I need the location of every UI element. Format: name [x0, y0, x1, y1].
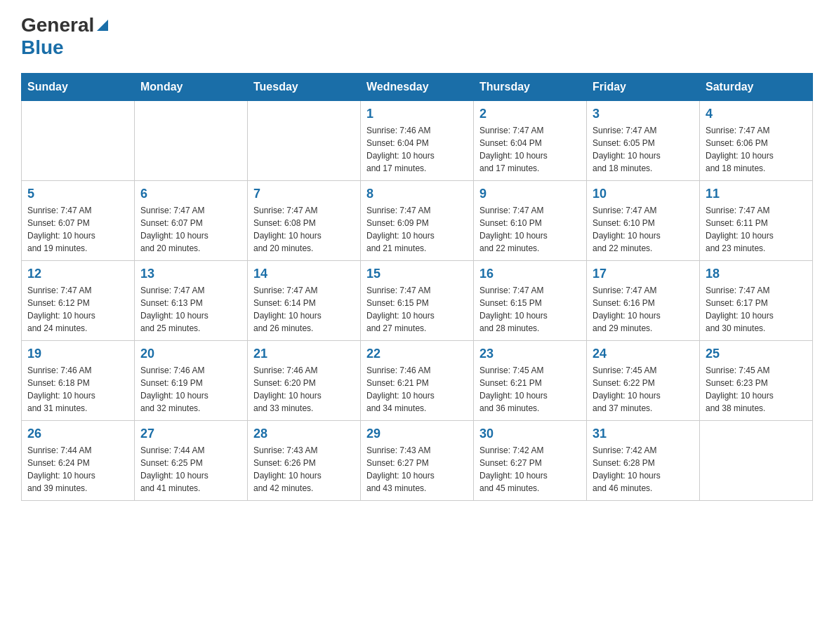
day-info: Sunrise: 7:47 AM Sunset: 6:11 PM Dayligh…: [706, 204, 807, 255]
calendar-day-cell: 22Sunrise: 7:46 AM Sunset: 6:21 PM Dayli…: [361, 341, 474, 421]
calendar-day-cell: [22, 101, 135, 181]
day-header-monday: Monday: [135, 74, 248, 101]
calendar-day-cell: 2Sunrise: 7:47 AM Sunset: 6:04 PM Daylig…: [474, 101, 587, 181]
calendar-day-cell: 29Sunrise: 7:43 AM Sunset: 6:27 PM Dayli…: [361, 421, 474, 501]
day-number: 9: [479, 187, 581, 201]
calendar-week-row: 26Sunrise: 7:44 AM Sunset: 6:24 PM Dayli…: [22, 421, 813, 501]
day-info: Sunrise: 7:43 AM Sunset: 6:27 PM Dayligh…: [366, 444, 468, 495]
calendar-day-cell: 14Sunrise: 7:47 AM Sunset: 6:14 PM Dayli…: [248, 261, 361, 341]
logo-blue-line: Blue: [21, 36, 108, 59]
day-header-friday: Friday: [587, 74, 700, 101]
day-header-wednesday: Wednesday: [361, 74, 474, 101]
day-number: 8: [366, 187, 468, 201]
calendar-day-cell: [700, 421, 813, 501]
calendar-day-cell: 6Sunrise: 7:47 AM Sunset: 6:07 PM Daylig…: [135, 181, 248, 261]
calendar-day-cell: 8Sunrise: 7:47 AM Sunset: 6:09 PM Daylig…: [361, 181, 474, 261]
day-number: 12: [27, 267, 128, 281]
day-info: Sunrise: 7:46 AM Sunset: 6:19 PM Dayligh…: [140, 364, 241, 415]
logo-general: General: [21, 14, 108, 36]
day-info: Sunrise: 7:47 AM Sunset: 6:17 PM Dayligh…: [706, 284, 807, 335]
calendar-day-cell: 21Sunrise: 7:46 AM Sunset: 6:20 PM Dayli…: [248, 341, 361, 421]
calendar-header-row: SundayMondayTuesdayWednesdayThursdayFrid…: [22, 74, 813, 101]
calendar-week-row: 19Sunrise: 7:46 AM Sunset: 6:18 PM Dayli…: [22, 341, 813, 421]
day-info: Sunrise: 7:47 AM Sunset: 6:04 PM Dayligh…: [479, 124, 581, 175]
calendar-day-cell: 31Sunrise: 7:42 AM Sunset: 6:28 PM Dayli…: [587, 421, 700, 501]
day-number: 5: [27, 187, 128, 201]
day-number: 20: [140, 347, 241, 361]
day-number: 21: [253, 347, 355, 361]
calendar-week-row: 1Sunrise: 7:46 AM Sunset: 6:04 PM Daylig…: [22, 101, 813, 181]
day-number: 14: [253, 267, 355, 281]
day-number: 3: [593, 107, 694, 121]
day-number: 7: [253, 187, 355, 201]
calendar-day-cell: 28Sunrise: 7:43 AM Sunset: 6:26 PM Dayli…: [248, 421, 361, 501]
calendar-day-cell: 15Sunrise: 7:47 AM Sunset: 6:15 PM Dayli…: [361, 261, 474, 341]
page-header: General Blue: [21, 14, 813, 59]
day-number: 17: [593, 267, 694, 281]
day-info: Sunrise: 7:44 AM Sunset: 6:25 PM Dayligh…: [140, 444, 241, 495]
calendar-day-cell: 25Sunrise: 7:45 AM Sunset: 6:23 PM Dayli…: [700, 341, 813, 421]
calendar-day-cell: 18Sunrise: 7:47 AM Sunset: 6:17 PM Dayli…: [700, 261, 813, 341]
day-number: 22: [366, 347, 468, 361]
day-number: 31: [593, 427, 694, 441]
day-info: Sunrise: 7:47 AM Sunset: 6:06 PM Dayligh…: [706, 124, 807, 175]
calendar-day-cell: 24Sunrise: 7:45 AM Sunset: 6:22 PM Dayli…: [587, 341, 700, 421]
day-info: Sunrise: 7:47 AM Sunset: 6:16 PM Dayligh…: [593, 284, 694, 335]
calendar-day-cell: 12Sunrise: 7:47 AM Sunset: 6:12 PM Dayli…: [22, 261, 135, 341]
calendar-week-row: 12Sunrise: 7:47 AM Sunset: 6:12 PM Dayli…: [22, 261, 813, 341]
calendar-day-cell: [248, 101, 361, 181]
day-info: Sunrise: 7:42 AM Sunset: 6:28 PM Dayligh…: [593, 444, 694, 495]
calendar-day-cell: 20Sunrise: 7:46 AM Sunset: 6:19 PM Dayli…: [135, 341, 248, 421]
calendar-day-cell: 10Sunrise: 7:47 AM Sunset: 6:10 PM Dayli…: [587, 181, 700, 261]
day-number: 18: [706, 267, 807, 281]
logo: General Blue: [21, 14, 108, 59]
day-info: Sunrise: 7:45 AM Sunset: 6:22 PM Dayligh…: [593, 364, 694, 415]
day-info: Sunrise: 7:45 AM Sunset: 6:21 PM Dayligh…: [479, 364, 581, 415]
calendar-day-cell: 11Sunrise: 7:47 AM Sunset: 6:11 PM Dayli…: [700, 181, 813, 261]
day-number: 11: [706, 187, 807, 201]
calendar-day-cell: 1Sunrise: 7:46 AM Sunset: 6:04 PM Daylig…: [361, 101, 474, 181]
day-number: 27: [140, 427, 241, 441]
day-number: 4: [706, 107, 807, 121]
day-header-thursday: Thursday: [474, 74, 587, 101]
day-number: 6: [140, 187, 241, 201]
calendar-day-cell: 17Sunrise: 7:47 AM Sunset: 6:16 PM Dayli…: [587, 261, 700, 341]
day-header-sunday: Sunday: [22, 74, 135, 101]
day-number: 29: [366, 427, 468, 441]
calendar-day-cell: 13Sunrise: 7:47 AM Sunset: 6:13 PM Dayli…: [135, 261, 248, 341]
day-number: 15: [366, 267, 468, 281]
day-info: Sunrise: 7:47 AM Sunset: 6:13 PM Dayligh…: [140, 284, 241, 335]
day-number: 2: [479, 107, 581, 121]
day-header-tuesday: Tuesday: [248, 74, 361, 101]
day-info: Sunrise: 7:44 AM Sunset: 6:24 PM Dayligh…: [27, 444, 128, 495]
calendar-day-cell: 26Sunrise: 7:44 AM Sunset: 6:24 PM Dayli…: [22, 421, 135, 501]
day-number: 23: [479, 347, 581, 361]
day-number: 30: [479, 427, 581, 441]
day-number: 10: [593, 187, 694, 201]
day-info: Sunrise: 7:47 AM Sunset: 6:08 PM Dayligh…: [253, 204, 355, 255]
day-number: 24: [593, 347, 694, 361]
day-number: 1: [366, 107, 468, 121]
day-number: 28: [253, 427, 355, 441]
day-info: Sunrise: 7:47 AM Sunset: 6:15 PM Dayligh…: [479, 284, 581, 335]
day-info: Sunrise: 7:46 AM Sunset: 6:21 PM Dayligh…: [366, 364, 468, 415]
day-info: Sunrise: 7:47 AM Sunset: 6:09 PM Dayligh…: [366, 204, 468, 255]
day-info: Sunrise: 7:47 AM Sunset: 6:12 PM Dayligh…: [27, 284, 128, 335]
day-info: Sunrise: 7:43 AM Sunset: 6:26 PM Dayligh…: [253, 444, 355, 495]
calendar-day-cell: 27Sunrise: 7:44 AM Sunset: 6:25 PM Dayli…: [135, 421, 248, 501]
day-info: Sunrise: 7:47 AM Sunset: 6:15 PM Dayligh…: [366, 284, 468, 335]
day-info: Sunrise: 7:46 AM Sunset: 6:20 PM Dayligh…: [253, 364, 355, 415]
calendar-table: SundayMondayTuesdayWednesdayThursdayFrid…: [21, 73, 813, 501]
day-number: 25: [706, 347, 807, 361]
calendar-day-cell: 30Sunrise: 7:42 AM Sunset: 6:27 PM Dayli…: [474, 421, 587, 501]
day-info: Sunrise: 7:42 AM Sunset: 6:27 PM Dayligh…: [479, 444, 581, 495]
day-info: Sunrise: 7:47 AM Sunset: 6:07 PM Dayligh…: [27, 204, 128, 255]
day-number: 26: [27, 427, 128, 441]
logo-triangle-icon: [97, 20, 108, 31]
calendar-day-cell: [135, 101, 248, 181]
day-number: 19: [27, 347, 128, 361]
calendar-day-cell: 5Sunrise: 7:47 AM Sunset: 6:07 PM Daylig…: [22, 181, 135, 261]
day-info: Sunrise: 7:47 AM Sunset: 6:05 PM Dayligh…: [593, 124, 694, 175]
day-info: Sunrise: 7:46 AM Sunset: 6:04 PM Dayligh…: [366, 124, 468, 175]
day-info: Sunrise: 7:47 AM Sunset: 6:10 PM Dayligh…: [593, 204, 694, 255]
